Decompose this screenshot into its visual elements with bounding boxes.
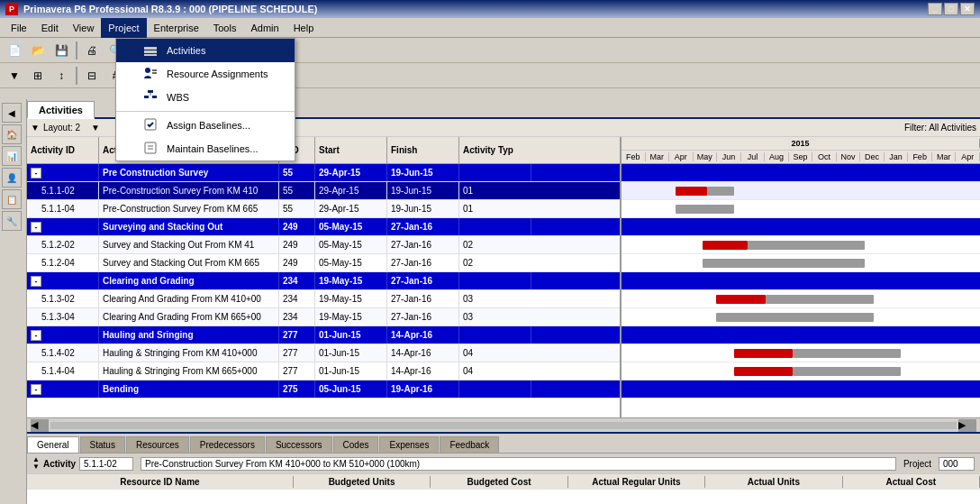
svg-point-4 xyxy=(145,68,150,73)
table-row[interactable]: 5.1.3-02 Clearing And Grading From KM 41… xyxy=(27,290,620,308)
resource-assignments-label: Resource Assignments xyxy=(167,69,268,79)
svg-rect-0 xyxy=(144,43,157,46)
bottom-tab-codes[interactable]: Codes xyxy=(333,436,379,453)
cell-type: 03 xyxy=(459,308,531,325)
svg-rect-10 xyxy=(152,96,157,98)
sidebar-btn-2[interactable]: 🏠 xyxy=(2,124,22,144)
cell-id: 5.1.3-02 xyxy=(27,290,99,307)
col-header-start[interactable]: Start xyxy=(315,137,387,163)
table-row[interactable]: 5.1.3-04 Clearing And Grading From KM 66… xyxy=(27,308,620,326)
cell-id: 5.1.4-04 xyxy=(27,362,99,380)
svg-rect-2 xyxy=(144,50,157,53)
cell-id: - xyxy=(27,164,99,181)
sort-button[interactable]: ↕ xyxy=(50,65,72,87)
menu-help[interactable]: Help xyxy=(286,18,322,38)
menu-file[interactable]: File xyxy=(4,18,34,38)
gantt-bar-red xyxy=(676,187,707,196)
h-scrollbar[interactable]: ◀ ▶ xyxy=(27,417,980,432)
expand-icon[interactable]: - xyxy=(31,384,41,395)
dropdown-wbs[interactable]: WBS xyxy=(116,86,295,109)
sidebar-btn-1[interactable]: ◀ xyxy=(2,103,22,123)
scroll-left[interactable]: ◀ xyxy=(31,419,49,432)
close-button[interactable]: ✕ xyxy=(960,3,975,15)
bottom-tab-resources[interactable]: Resources xyxy=(126,436,189,453)
cell-name: Hauling & Stringing From KM 410+000 xyxy=(99,344,279,362)
cell-start: 01-Jun-15 xyxy=(315,362,387,380)
gantt-month-cell: Sep xyxy=(789,152,813,161)
col-button[interactable]: ⊟ xyxy=(81,65,103,87)
cell-name: Clearing and Grading xyxy=(99,272,279,289)
nav-down[interactable]: ▼ xyxy=(32,463,40,471)
minimize-button[interactable]: _ xyxy=(928,3,942,15)
table-row[interactable]: 5.1.1-04 Pre-Construction Survey From KM… xyxy=(27,200,620,218)
print-button[interactable]: 🖨 xyxy=(81,40,103,61)
dropdown-resource-assignments[interactable]: Resource Assignments xyxy=(116,62,295,86)
expand-icon[interactable]: - xyxy=(31,168,41,179)
bottom-col-budgeted-cost: Budgeted Cost xyxy=(431,476,567,488)
table-row[interactable]: - Bending 275 05-Jun-15 19-Apr-16 xyxy=(27,380,620,399)
cell-id: - xyxy=(27,218,99,235)
table-row[interactable]: 5.1.2-04 Survey and Stacking Out From KM… xyxy=(27,254,620,272)
menu-enterprise[interactable]: Enterprise xyxy=(147,18,206,38)
menu-edit[interactable]: Edit xyxy=(34,18,66,38)
table-row[interactable]: - Clearing and Grading 234 19-May-15 27-… xyxy=(27,272,620,290)
cell-start: 19-May-15 xyxy=(315,272,387,289)
menu-tools[interactable]: Tools xyxy=(206,18,244,38)
open-button[interactable]: 📂 xyxy=(27,40,49,61)
sidebar-btn-4[interactable]: 👤 xyxy=(2,168,22,188)
bottom-tab-predecessors[interactable]: Predecessors xyxy=(190,436,265,453)
split-pane: Activity ID Activity Name O.D Start Fini… xyxy=(27,137,980,417)
activity-name-box[interactable]: Pre-Construction Survey From KM 410+000 … xyxy=(141,457,896,471)
expand-icon[interactable]: - xyxy=(31,330,41,341)
cell-type: 01 xyxy=(459,182,531,199)
project-id-box[interactable]: 000 xyxy=(939,457,975,471)
bottom-tab-general[interactable]: General xyxy=(27,436,79,453)
maximize-button[interactable]: □ xyxy=(944,3,958,15)
table-row[interactable]: - Hauling and Sringing 277 01-Jun-15 14-… xyxy=(27,326,620,344)
cell-start: 05-May-15 xyxy=(315,218,387,235)
dropdown-container: Activities Resource Assignments xyxy=(115,38,295,161)
save-button[interactable]: 💾 xyxy=(50,40,72,61)
dropdown-assign-baselines[interactable]: Assign Baselines... xyxy=(116,114,295,137)
bottom-tab-expenses[interactable]: Expenses xyxy=(379,436,439,453)
dropdown-activities[interactable]: Activities xyxy=(116,39,295,62)
tab-activities-label: Activities xyxy=(39,105,83,115)
sidebar-btn-5[interactable]: 📋 xyxy=(2,189,22,209)
cell-name: Clearing And Grading From KM 410+00 xyxy=(99,290,279,307)
sidebar-btn-6[interactable]: 🔧 xyxy=(2,211,22,231)
new-button[interactable]: 📄 xyxy=(4,40,25,61)
table-row[interactable]: - Surveying and Stacking Out 249 05-May-… xyxy=(27,218,620,236)
bottom-tab-successors[interactable]: Successors xyxy=(266,436,332,453)
activity-id-box[interactable]: 5.1.1-02 xyxy=(79,457,133,471)
menu-view[interactable]: View xyxy=(66,18,102,38)
table-row[interactable]: 5.1.4-04 Hauling & Stringing From KM 665… xyxy=(27,362,620,380)
table-row[interactable]: - Pre Construction Survey 55 29-Apr-15 1… xyxy=(27,164,620,182)
cell-finish: 19-Jun-15 xyxy=(387,164,459,181)
bottom-tab-status[interactable]: Status xyxy=(80,436,125,453)
bottom-tab-feedback[interactable]: Feedback xyxy=(440,436,499,453)
cell-start: 05-May-15 xyxy=(315,236,387,253)
nav-arrows[interactable]: ▲ ▼ xyxy=(32,456,40,471)
tab-activities[interactable]: Activities xyxy=(27,101,95,119)
cell-type: 04 xyxy=(459,344,531,362)
maintain-baselines-icon xyxy=(143,141,158,157)
sidebar-btn-3[interactable]: 📊 xyxy=(2,146,22,166)
expand-icon[interactable]: - xyxy=(31,222,41,233)
expand-icon[interactable]: - xyxy=(31,276,41,287)
col-header-activity-id[interactable]: Activity ID xyxy=(27,137,99,163)
table-row[interactable]: 5.1.4-02 Hauling & Stringing From KM 410… xyxy=(27,344,620,362)
col-header-finish[interactable]: Finish xyxy=(387,137,459,163)
gantt-pane: 2015 FebMarAprMayJunJulAugSepOctNovDecJa… xyxy=(622,137,980,417)
menu-admin[interactable]: Admin xyxy=(243,18,286,38)
menu-project[interactable]: Project xyxy=(101,18,146,38)
dropdown-maintain-baselines[interactable]: Maintain Baselines... xyxy=(116,137,295,160)
scroll-right[interactable]: ▶ xyxy=(958,419,976,432)
filter-button[interactable]: ▼ xyxy=(4,65,25,87)
table-row[interactable]: 5.1.2-02 Survey and Stacking Out From KM… xyxy=(27,236,620,254)
col-header-activity-type[interactable]: Activity Typ xyxy=(459,137,531,163)
svg-rect-1 xyxy=(144,47,157,50)
table-row[interactable]: 5.1.1-02 Pre-Construction Survey From KM… xyxy=(27,182,620,200)
group-button[interactable]: ⊞ xyxy=(27,65,49,87)
window-title: Primavera P6 Professional R8.3.9 : 000 (… xyxy=(23,4,317,14)
cell-start: 19-May-15 xyxy=(315,308,387,325)
